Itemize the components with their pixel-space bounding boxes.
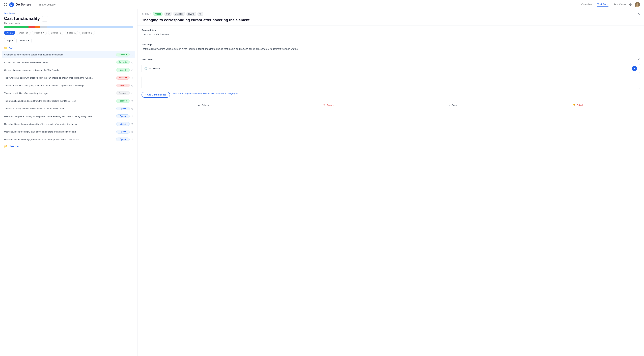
svg-point-2 — [636, 3, 638, 5]
filter-tab-skipped[interactable]: Skipped 1 — [80, 31, 95, 35]
priorities-filter[interactable]: Priorities ▾ — [16, 38, 32, 43]
chevron-up-icon[interactable]: ⇑ — [131, 115, 133, 118]
test-row-text: User should see the empty state of the c… — [4, 130, 115, 133]
status-badge-open[interactable]: Open ▾ — [116, 138, 130, 141]
test-row-text: There is no ability to enter invalid val… — [4, 107, 115, 110]
blocked-icon: 🚫 — [322, 104, 325, 106]
status-badge-passed[interactable]: Passed ▾ — [116, 53, 130, 56]
test-row[interactable]: Correct display of blocks and buttons on… — [2, 66, 135, 74]
tag-ui[interactable]: UI — [198, 12, 203, 15]
tag-checklist[interactable]: Checklist — [173, 12, 185, 15]
diamond-icon[interactable]: ◇ — [131, 130, 133, 133]
rp-status-badge[interactable]: Passed — [152, 12, 163, 15]
nav-test-cases[interactable]: Test Cases — [614, 3, 626, 6]
nav-test-runs[interactable]: Test Runs — [597, 3, 608, 6]
test-result-section: Test result ✕ 🕐 00:00:00 ▶ + Add Github … — [138, 54, 644, 112]
status-badge-open[interactable]: Open ▾ — [116, 130, 130, 133]
rp-meta: BD-005 ▾ Passed Cart Checklist REQ-5 UI … — [142, 12, 640, 16]
settings-button[interactable]: ⚙ — [629, 3, 632, 7]
action-failed-button[interactable]: 👎 Failed — [516, 101, 640, 109]
diamond-icon[interactable]: ◇ — [131, 84, 133, 87]
test-row[interactable]: User should see the image, name and pric… — [2, 136, 135, 143]
breadcrumb: Test Runs / — [4, 12, 133, 14]
logo-area: QA Sphere Bistro Delivery — [4, 2, 56, 7]
filter-tab-blocked[interactable]: Blocked 1 — [48, 31, 64, 35]
status-badge-open[interactable]: Open ▾ — [116, 114, 130, 118]
chevron-up-icon[interactable]: ⇑ — [131, 122, 133, 126]
breadcrumb-link[interactable]: Test Runs — [4, 12, 14, 14]
status-badge-passed[interactable]: Passed ▾ — [116, 60, 130, 64]
action-blocked-button[interactable]: 🚫 Blocked — [266, 101, 391, 109]
test-id: BD-005 — [142, 13, 149, 15]
progress-bar — [4, 26, 133, 28]
svg-point-3 — [636, 5, 639, 7]
diamond-icon[interactable]: ◇ — [131, 68, 133, 72]
play-button[interactable]: ▶ — [632, 66, 637, 71]
test-row-text: User can change the quantity of the prod… — [4, 115, 115, 118]
test-result-close-button[interactable]: ✕ — [638, 58, 640, 61]
timer-row: 🕐 00:00:00 ▶ — [142, 64, 640, 73]
filter-row: Tags ▾ Priorities ▾ — [2, 37, 135, 45]
diamond-icon[interactable]: ◇ — [131, 92, 133, 95]
status-badge-blocked[interactable]: Blocked ▾ — [116, 76, 130, 80]
test-result-label: Test result — [142, 58, 153, 61]
filter-tab-open[interactable]: Open 14 — [16, 31, 31, 35]
status-badge-passed[interactable]: Passed ▾ — [116, 99, 130, 103]
test-row[interactable]: User should see the correct quantity of … — [2, 120, 135, 128]
test-row[interactable]: The cart is still filled after refreshin… — [2, 89, 135, 97]
diamond-icon[interactable]: ◇ — [131, 61, 133, 64]
folder-icon: 📁 — [4, 46, 8, 49]
test-row-text: The "Checkout" page with products from t… — [4, 76, 115, 79]
chevron-down-icon[interactable]: ⌄ — [131, 53, 133, 56]
test-row[interactable]: The "Checkout" page with products from t… — [2, 74, 135, 81]
action-skipped-button[interactable]: ⏭ Skipped — [142, 101, 266, 109]
test-row-text: The cart is still filled after refreshin… — [4, 92, 115, 94]
tag-cart[interactable]: Cart — [164, 12, 172, 15]
test-row[interactable]: Correct display in different screen reso… — [2, 59, 135, 66]
close-button[interactable]: ✕ — [638, 12, 640, 16]
cart-section-label: Cart — [9, 47, 14, 49]
test-row-text: The cart is still filled after going bac… — [4, 84, 115, 87]
open-label: Open — [452, 104, 457, 106]
tags-filter[interactable]: Tags ▾ — [4, 38, 15, 43]
test-row[interactable]: The cart is still filled after going bac… — [2, 82, 135, 89]
left-panel-header: Test Runs / Cart functionality ··· Cart … — [0, 9, 137, 31]
filter-tab-all[interactable]: All 21 — [4, 31, 15, 35]
status-badge-passed[interactable]: Passed ▾ — [116, 68, 130, 72]
tag-req5[interactable]: REQ-5 — [186, 12, 196, 15]
chevron-up-icon[interactable]: ⇑ — [131, 76, 133, 79]
status-badge-failed[interactable]: Failed ▾ — [116, 84, 130, 87]
result-text-area[interactable] — [142, 76, 640, 89]
folder-icon: 📁 — [4, 145, 8, 148]
test-row-text: Changing to corresponding cursor after h… — [4, 53, 115, 56]
priorities-label: Priorities — [18, 39, 27, 42]
right-panel: BD-005 ▾ Passed Cart Checklist REQ-5 UI … — [138, 9, 644, 356]
rp-chevron-icon: ▾ — [150, 13, 151, 15]
open-icon: ↑ — [449, 104, 450, 106]
status-badge-open[interactable]: Open ▾ — [116, 107, 130, 110]
chevron-up-icon[interactable]: ⇑ — [131, 138, 133, 141]
test-row[interactable]: Changing to corresponding cursor after h… — [2, 51, 135, 58]
filter-tab-failed[interactable]: Failed 1 — [65, 31, 78, 35]
left-panel: Test Runs / Cart functionality ··· Cart … — [0, 9, 138, 356]
add-github-button[interactable]: + Add Github Issues — [142, 92, 170, 98]
apps-grid-icon[interactable] — [4, 3, 7, 6]
skipped-icon: ⏭ — [198, 104, 200, 106]
test-row-text: User should see the correct quantity of … — [4, 123, 115, 125]
more-options-button[interactable]: ··· — [42, 16, 48, 22]
avatar[interactable] — [634, 2, 640, 7]
test-row[interactable]: User should see the empty state of the c… — [2, 128, 135, 135]
test-row[interactable]: There is no ability to enter invalid val… — [2, 105, 135, 112]
diamond-icon[interactable]: ◇ — [131, 107, 133, 110]
annotation-text: This option appears when an issue tracke… — [173, 92, 238, 95]
test-row-text: Correct display of blocks and buttons on… — [4, 69, 115, 71]
chevron-up-icon[interactable]: ⇑ — [131, 99, 133, 102]
checkout-section-header: 📁 Checkout — [2, 143, 135, 149]
status-badge-skipped[interactable]: Skipped ▾ — [116, 91, 130, 95]
status-badge-open[interactable]: Open ▾ — [116, 122, 130, 126]
action-open-button[interactable]: ↑ Open — [391, 101, 516, 109]
filter-tab-passed[interactable]: Passed 4 — [32, 31, 46, 35]
test-row[interactable]: The product should be deleted from the c… — [2, 97, 135, 104]
nav-overview[interactable]: Overview — [582, 3, 592, 6]
test-row[interactable]: User can change the quantity of the prod… — [2, 113, 135, 120]
